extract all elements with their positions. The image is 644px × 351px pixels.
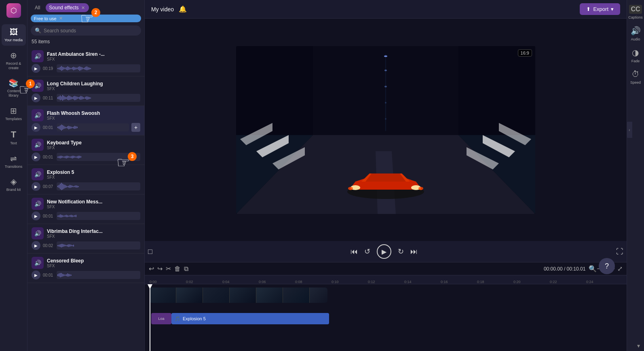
video-scene-svg [236, 46, 535, 214]
rewind-button[interactable]: ↺ [364, 247, 370, 256]
free-to-use-close[interactable]: ✕ [58, 16, 63, 21]
duration-6: 00:01 [43, 214, 54, 218]
waveform-8 [57, 271, 140, 279]
waveform-2 [57, 94, 140, 102]
play-btn-5[interactable]: ▶ [32, 182, 40, 191]
sound-icon-8: 🔊 [32, 257, 44, 269]
sound-name-5: Explosion 5 [47, 169, 74, 175]
speed-icon: ⏱ [631, 70, 640, 79]
sidebar-item-record[interactable]: ⊕ Record & create [2, 47, 26, 74]
top-bar: My video 🔔 ⬆ Export ▾ [145, 0, 627, 19]
sound-name-2: Long Children Laughing [47, 81, 103, 87]
fade-button[interactable]: ◑ Fade [631, 48, 640, 63]
export-icon: ⬆ [586, 6, 591, 12]
export-dropdown-icon: ▾ [611, 6, 614, 12]
subtitle-btn[interactable]: □ [148, 247, 152, 256]
speed-button[interactable]: ⏱ Speed [630, 70, 641, 85]
sound-item-6[interactable]: 🔊 New Notification Mess... SFX ▶ 00:01 [27, 195, 144, 224]
undo-button[interactable]: ↩ [149, 265, 154, 273]
audio-label: Audio [631, 37, 640, 41]
audio-segment-loa[interactable]: Loa [151, 313, 171, 324]
audio-button[interactable]: 🔊 Audio [631, 26, 641, 41]
play-btn-4[interactable]: ▶ [32, 152, 40, 161]
duration-1: 00:19 [43, 66, 54, 71]
waveform-6 [57, 212, 140, 220]
svg-point-14 [384, 55, 387, 57]
collapse-panel-button[interactable]: ‹ [627, 122, 632, 138]
svg-marker-22 [365, 173, 406, 182]
fullscreen-button[interactable]: ⛶ [616, 247, 623, 256]
sound-item-5[interactable]: 🔊 Explosion 5 SFX ▶ 00:07 [27, 165, 144, 195]
sidebar-item-brand-kit[interactable]: ◈ Brand kit [2, 173, 26, 195]
video-controls: □ ⏮ ↺ ▶ ↻ ⏭ ⛶ [145, 241, 627, 262]
duration-7: 00:02 [43, 243, 54, 248]
play-btn-8[interactable]: ▶ [32, 271, 40, 279]
tab-sound-effects[interactable]: Sound effects ✕ [46, 3, 89, 12]
delete-button[interactable]: 🗑 [174, 265, 181, 273]
sidebar-item-content-library[interactable]: 📚 Content library [2, 75, 26, 101]
sidebar-item-transitions[interactable]: ⇌ Transitions [2, 150, 26, 172]
sidebar: ⬡ 🖼 Your media ⊕ Record & create 📚 Conte… [0, 0, 27, 351]
cut-button[interactable]: ✂ [166, 265, 171, 273]
play-btn-3[interactable]: ▶ [32, 123, 40, 132]
sound-name-8: Censored Bleep [47, 258, 84, 264]
timeline: ↩ ↪ ✂ 🗑 ⧉ 00:00.00 / 00:10.01 🔍− 🔍+ ⤢ 0:… [145, 262, 627, 351]
duration-2: 00:11 [43, 96, 54, 100]
sound-item-8[interactable]: 🔊 Censored Bleep SFX ▶ 00:01 [27, 254, 144, 283]
video-track[interactable] [150, 288, 327, 303]
sidebar-label-brand: Brand kit [6, 188, 21, 192]
sidebar-item-templates[interactable]: ⊞ Templates [2, 103, 26, 125]
skip-back-button[interactable]: ⏮ [351, 247, 358, 256]
library-icon: 📚 [8, 78, 19, 88]
search-input[interactable] [44, 28, 137, 34]
timeline-collapse-button[interactable]: ▾ [637, 343, 640, 349]
captions-icon: CC [629, 5, 642, 14]
captions-button[interactable]: CC Captions [628, 5, 643, 19]
export-button[interactable]: ⬆ Export ▾ [580, 3, 620, 15]
duration-3: 00:01 [43, 125, 54, 130]
sound-item-4[interactable]: 🔊 Keyboard Type SFX ▶ 00:01 [27, 135, 144, 165]
svg-point-16 [384, 86, 387, 87]
video-title: My video [151, 6, 174, 13]
sound-item-7[interactable]: 🔊 Vibrimba Ding Interfac... SFX ▶ 00:02 [27, 224, 144, 254]
sound-name-6: New Notification Mess... [47, 199, 102, 205]
sidebar-label-your-media: Your media [4, 38, 23, 42]
fit-timeline-button[interactable]: ⤢ [617, 265, 623, 273]
redo-button[interactable]: ↪ [157, 265, 163, 273]
video-settings-icon[interactable]: 🔔 [179, 5, 187, 13]
help-button[interactable]: ? [599, 258, 615, 274]
skip-forward-button[interactable]: ⏭ [410, 247, 418, 256]
sound-icon-4: 🔊 [32, 139, 44, 151]
sound-item-2[interactable]: 🔊 Long Children Laughing SFX ▶ 00:11 [27, 76, 144, 106]
forward-button[interactable]: ↻ [398, 247, 404, 256]
sound-item-3[interactable]: 🔊 Flash Whoosh Swoosh SFX ▶ 00:01 + Add … [27, 106, 144, 135]
add-plus-btn-3[interactable]: + [131, 123, 140, 132]
fade-label: Fade [631, 59, 640, 63]
tab-sound-effects-close[interactable]: ✕ [80, 5, 86, 11]
duplicate-button[interactable]: ⧉ [184, 265, 188, 273]
play-btn-7[interactable]: ▶ [32, 241, 40, 250]
duration-4: 00:01 [43, 155, 54, 159]
sidebar-label-text: Text [10, 141, 17, 146]
tab-sound-effects-label: Sound effects [49, 5, 78, 11]
fade-icon: ◑ [632, 48, 639, 57]
audio-segment-explosion[interactable]: 🎵 Explosion 5 [171, 313, 329, 324]
sidebar-item-text[interactable]: T Text [2, 126, 26, 149]
sound-icon-1: 🔊 [32, 50, 44, 62]
sound-icon-3: 🔊 [32, 109, 44, 121]
play-btn-6[interactable]: ▶ [32, 211, 40, 220]
free-to-use-label: Free to use [34, 16, 57, 21]
play-btn-1[interactable]: ▶ [32, 64, 40, 73]
play-btn-2[interactable]: ▶ [32, 93, 40, 102]
svg-point-15 [384, 70, 387, 71]
sound-icon-5: 🔊 [32, 168, 44, 180]
sound-name-1: Fast Ambulance Siren -... [47, 51, 105, 57]
video-preview: 16:9 [236, 46, 535, 214]
free-to-use-filter[interactable]: Free to use ✕ [31, 15, 141, 22]
record-icon: ⊕ [10, 51, 17, 60]
timeline-ruler: 0:00 0:02 0:04 0:06 0:08 0:10 0:12 0:14 … [145, 275, 627, 284]
play-pause-button[interactable]: ▶ [377, 244, 391, 259]
sound-item-1[interactable]: 🔊 Fast Ambulance Siren -... SFX ▶ 00:19 [27, 47, 144, 76]
sidebar-item-your-media[interactable]: 🖼 Your media [2, 24, 26, 46]
tab-all[interactable]: All [31, 3, 44, 12]
